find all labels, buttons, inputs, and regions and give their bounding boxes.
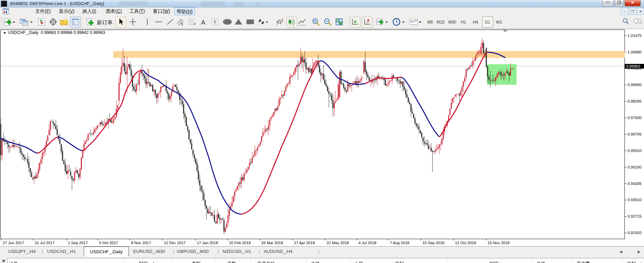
svg-text:T: T: [214, 20, 216, 25]
svg-text:D1: D1: [485, 20, 490, 25]
svg-text:M30: M30: [448, 20, 456, 25]
svg-text:31 May 2018: 31 May 2018: [327, 241, 349, 245]
svg-text:0.95100: 0.95100: [628, 165, 642, 169]
svg-text:27 Jun 2017: 27 Jun 2017: [3, 241, 24, 245]
svg-text:15 Nov 2018: 15 Nov 2018: [488, 241, 509, 245]
svg-text:1.00680: 1.00680: [628, 50, 642, 54]
svg-text:0.99090: 0.99090: [628, 83, 642, 87]
svg-text:12 Dec 2017: 12 Dec 2017: [164, 241, 186, 245]
svg-text:0.91920: 0.91920: [628, 231, 642, 235]
svg-text:1.01475: 1.01475: [628, 34, 642, 38]
svg-text:0.97500: 0.97500: [628, 116, 642, 120]
svg-text:H1: H1: [461, 20, 466, 25]
svg-text:0.93510: 0.93510: [628, 198, 642, 202]
svg-text:20 Feb 2018: 20 Feb 2018: [229, 241, 251, 245]
svg-text:0.95910: 0.95910: [628, 149, 642, 153]
svg-text:0.96705: 0.96705: [628, 132, 642, 136]
svg-text:7 Aug 2018: 7 Aug 2018: [390, 241, 409, 245]
svg-text:0.99963: 0.99963: [626, 64, 640, 68]
svg-text:W1: W1: [496, 20, 502, 25]
svg-text:新订单: 新订单: [97, 20, 113, 25]
svg-text:27 Apr 2018: 27 Apr 2018: [294, 241, 315, 245]
svg-text:12 Oct 2018: 12 Oct 2018: [455, 241, 476, 245]
svg-text:17 Jan 2018: 17 Jan 2018: [197, 241, 218, 245]
svg-text:USDCHF_,Daily 0.99683 0.99968: USDCHF_,Daily 0.99683 0.99968 0.99642 0.…: [8, 30, 105, 35]
svg-text:M15: M15: [437, 20, 445, 25]
svg-text:0.98295: 0.98295: [628, 99, 642, 103]
svg-text:26 Mar 2018: 26 Mar 2018: [261, 241, 283, 245]
svg-text:F: F: [194, 23, 196, 26]
svg-text:H4: H4: [473, 20, 478, 25]
svg-text:31 Jul 2017: 31 Jul 2017: [35, 241, 54, 245]
svg-text:1 Sep 2017: 1 Sep 2017: [68, 241, 88, 245]
svg-text:A: A: [201, 19, 205, 26]
svg-text:8 Nov 2017: 8 Nov 2017: [131, 241, 151, 245]
svg-text:4 Jul 2018: 4 Jul 2018: [358, 241, 376, 245]
svg-text:E: E: [181, 23, 183, 26]
svg-text:10 Sep 2018: 10 Sep 2018: [422, 241, 444, 245]
svg-text:5 Oct 2017: 5 Oct 2017: [99, 241, 118, 245]
svg-text:M5: M5: [427, 20, 433, 25]
svg-text:0.92715: 0.92715: [628, 214, 642, 218]
svg-text:0.94305: 0.94305: [628, 182, 642, 186]
